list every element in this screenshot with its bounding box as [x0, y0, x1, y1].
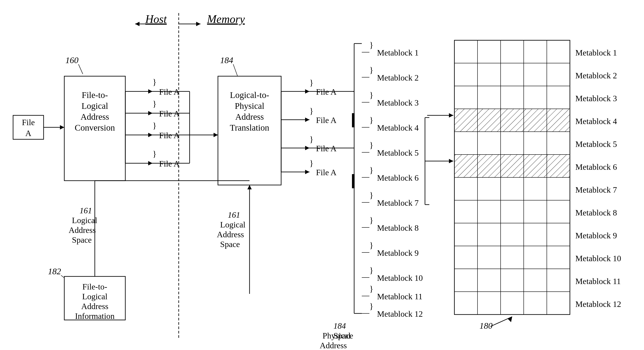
file-a-out3: File A: [159, 131, 180, 140]
diagram-container: Host Memory File A 160 File-to- Logical …: [0, 0, 644, 350]
file-a-out2: File A: [159, 109, 180, 118]
meta-brace11: }: [370, 284, 373, 293]
meta-brace10: }: [370, 266, 373, 275]
brace-r2: }: [310, 106, 314, 116]
file-to-logical-line4: Conversion: [75, 123, 115, 133]
ref-180: 180: [480, 321, 492, 331]
ref-184-box: 184: [220, 55, 233, 65]
file-to-logical-line1: File-to-: [82, 90, 108, 100]
host-label: Host: [145, 13, 167, 25]
grid-mb3: Metablock 3: [575, 94, 617, 103]
file-a-r4: File A: [316, 168, 337, 177]
svg-rect-63: [352, 113, 354, 127]
grid-mb9: Metablock 9: [575, 231, 617, 240]
brace-r4: }: [310, 159, 314, 168]
logical-to-physical4: Translation: [230, 123, 269, 133]
meta-brace5: }: [370, 141, 373, 150]
logical-addr-right2: Address: [217, 230, 244, 239]
meta-brace9: }: [370, 241, 373, 250]
metablock9: Metablock 9: [377, 248, 419, 257]
grid-mb12: Metablock 12: [575, 300, 621, 309]
file-to-logical-line3: Address: [80, 112, 109, 122]
metablock10: Metablock 10: [377, 273, 423, 283]
memory-label: Memory: [207, 13, 245, 25]
metablock8: Metablock 8: [377, 223, 419, 232]
ref-182: 182: [48, 266, 61, 276]
svg-rect-65: [352, 174, 354, 188]
metablock12: Metablock 12: [377, 309, 423, 319]
file-a-out4: File A: [159, 159, 180, 168]
brace2: }: [152, 99, 156, 108]
ref-161-left: 161: [80, 206, 92, 215]
file-a-r1: File A: [316, 87, 337, 96]
meta-brace1: }: [370, 40, 373, 50]
logical-addr-left2: Address: [69, 225, 96, 235]
grid-mb5: Metablock 5: [575, 140, 617, 149]
grid-mb4: Metablock 4: [575, 117, 617, 126]
grid-mb1: Metablock 1: [575, 48, 617, 57]
metablock4: Metablock 4: [377, 123, 419, 132]
brace-r3: }: [310, 135, 314, 144]
logical-addr-left3: Space: [72, 235, 92, 244]
brace-r1: }: [310, 78, 314, 87]
metablock7: Metablock 7: [377, 198, 419, 207]
grid-mb2: Metablock 2: [575, 71, 617, 80]
logical-addr-right3: Space: [220, 240, 240, 249]
meta-brace12: }: [370, 302, 373, 311]
ref-184-phys: 184: [334, 321, 346, 331]
file-to-logical-info2: Logical: [82, 292, 108, 301]
svg-rect-90: [454, 155, 570, 177]
file-a-input-label: File: [22, 118, 35, 127]
brace3: }: [152, 121, 156, 130]
grid-mb11: Metablock 11: [575, 277, 621, 286]
meta-brace8: }: [370, 216, 373, 225]
grid-mb8: Metablock 8: [575, 208, 617, 217]
metablock5: Metablock 5: [377, 148, 419, 157]
logical-to-physical3: Address: [235, 112, 264, 122]
file-a-out1: File A: [159, 87, 180, 96]
file-to-logical-info3: Address: [81, 302, 108, 311]
logical-addr-left1: Logical: [72, 216, 97, 225]
file-a-r3: File A: [316, 144, 337, 153]
physical-addr2: Address: [320, 341, 347, 350]
metablock1: Metablock 1: [377, 48, 419, 57]
file-to-logical-line2: Logical: [82, 101, 108, 111]
logical-to-physical2: Physical: [235, 101, 264, 111]
metablock6: Metablock 6: [377, 173, 419, 182]
meta-brace2: }: [370, 65, 373, 75]
brace1: }: [152, 77, 156, 87]
file-a-input-label2: A: [25, 129, 32, 138]
logical-addr-right1: Logical: [220, 220, 246, 229]
logical-to-physical1: Logical-to-: [230, 90, 269, 100]
file-to-logical-info1: File-to-: [82, 282, 107, 291]
meta-brace4: }: [370, 116, 373, 125]
svg-rect-89: [454, 109, 570, 132]
meta-brace7: }: [370, 191, 373, 200]
brace4: }: [152, 149, 156, 159]
ref-161-right: 161: [228, 210, 240, 219]
meta-brace6: }: [370, 166, 373, 175]
meta-brace3: }: [370, 91, 373, 100]
file-to-logical-info4: Information: [75, 312, 115, 321]
grid-mb10: Metablock 10: [575, 254, 621, 263]
grid-mb7: Metablock 7: [575, 185, 617, 194]
phys-addr-space: Space: [334, 331, 353, 340]
metablock2: Metablock 2: [377, 73, 419, 82]
metablock11: Metablock 11: [377, 292, 422, 301]
file-a-r2: File A: [316, 116, 337, 125]
grid-mb6: Metablock 6: [575, 162, 617, 172]
metablock3: Metablock 3: [377, 98, 419, 107]
ref-160: 160: [66, 55, 78, 65]
